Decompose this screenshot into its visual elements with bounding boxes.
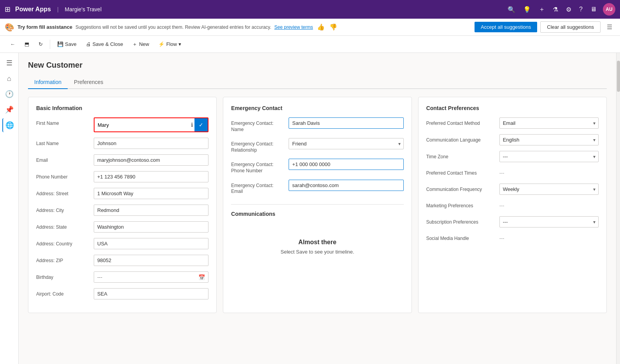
zip-input-wrap <box>94 255 208 266</box>
airport-input[interactable] <box>94 288 208 299</box>
birthday-input[interactable] <box>94 272 195 282</box>
country-input[interactable] <box>94 238 208 249</box>
ec-phone-input[interactable] <box>289 159 403 170</box>
tab-preferences[interactable]: Preferences <box>68 76 109 89</box>
back-button[interactable]: ← <box>6 40 19 49</box>
thumbs-down-icon[interactable]: 👎 <box>329 23 337 31</box>
new-button[interactable]: ＋ New <box>128 39 153 49</box>
tabs: Information Preferences <box>28 76 607 89</box>
clear-all-button[interactable]: Clear all suggestions <box>540 21 601 33</box>
accept-all-button[interactable]: Accept all suggestions <box>475 22 537 32</box>
app-name: Margie's Travel <box>65 6 102 12</box>
comm-freq-label: Communication Frequency <box>426 187 496 192</box>
pref-times-label: Preferred Contact Times <box>426 170 496 176</box>
basic-info-title: Basic Information <box>36 105 208 111</box>
ec-phone-input-wrap <box>289 159 403 170</box>
sidebar-item-recent[interactable]: 🕐 <box>2 87 16 101</box>
comm-language-select[interactable]: English Spanish French <box>499 134 599 145</box>
lightbulb-icon[interactable]: 💡 <box>522 4 532 15</box>
ec-email-row: Emergency Contact: Email <box>231 180 403 195</box>
ec-email-label: Emergency Contact: Email <box>231 180 285 195</box>
sidebar-item-home[interactable]: ⌂ <box>2 72 16 86</box>
first-name-input-wrap: ℹ ✓ <box>94 117 208 132</box>
ai-bar-title: Try form fill assistance <box>18 24 72 30</box>
contact-preferences-section: Contact Preferences Preferred Contact Me… <box>418 97 607 313</box>
scrollbar-thumb[interactable] <box>617 61 620 92</box>
pref-times-row: Preferred Contact Times --- <box>426 168 599 178</box>
subscription-pref-select[interactable]: --- <box>499 216 599 228</box>
refresh-button[interactable]: ↻ <box>35 40 47 49</box>
comm-freq-row: Communication Frequency Weekly Daily Mon… <box>426 184 599 195</box>
first-name-info-icon[interactable]: ℹ <box>189 122 194 128</box>
zip-label: Address: ZIP <box>36 255 91 264</box>
comm-language-row: Communication Language English Spanish F… <box>426 134 599 145</box>
tab-information[interactable]: Information <box>28 76 68 89</box>
ec-rel-select[interactable]: Friend Family Colleague <box>289 138 403 149</box>
ec-name-input-wrap <box>289 117 403 129</box>
comm-freq-select[interactable]: Weekly Daily Monthly <box>499 184 599 195</box>
ai-colorful-icon: 🎨 <box>5 23 14 32</box>
first-name-check-button[interactable]: ✓ <box>194 118 208 131</box>
communications-subsection: Communications Almost there Select Save … <box>231 204 403 270</box>
ec-name-input[interactable] <box>289 117 403 129</box>
pref-contact-method-row: Preferred Contact Method Email Phone Tex… <box>426 117 599 129</box>
scrollbar-track[interactable] <box>616 53 620 364</box>
remote-icon[interactable]: 🖥 <box>589 4 598 14</box>
emergency-contact-section: Emergency Contact Emergency Contact: Nam… <box>223 97 412 313</box>
main-layout: ☰ ⌂ 🕐 📌 🌐 New Customer Information Prefe… <box>0 53 620 364</box>
almost-there-section: Almost there Select Save to see your tim… <box>231 223 403 270</box>
airport-label: Airport: Code <box>36 288 91 298</box>
country-label: Address: Country <box>36 238 91 247</box>
save-button[interactable]: 💾 Save <box>53 40 81 49</box>
phone-input[interactable] <box>94 171 208 182</box>
pref-contact-method-label: Preferred Contact Method <box>426 121 496 126</box>
flow-button[interactable]: ⚡ Flow ▾ <box>154 40 185 49</box>
state-input[interactable] <box>94 221 208 233</box>
email-input[interactable] <box>94 154 208 166</box>
ec-email-input[interactable] <box>289 180 403 191</box>
search-icon[interactable]: 🔍 <box>506 4 517 15</box>
settings-icon[interactable]: ⚙ <box>564 4 573 15</box>
sidebar-toggle-icon[interactable]: ☰ <box>604 23 615 31</box>
grid-icon[interactable]: ⊞ <box>5 5 11 14</box>
social-media-label: Social Media Handle <box>426 236 496 241</box>
birthday-field: 📅 <box>94 271 208 283</box>
state-row: Address: State <box>36 221 208 233</box>
zip-input[interactable] <box>94 255 208 266</box>
airport-row: Airport: Code <box>36 288 208 299</box>
restore-button[interactable]: ⬒ <box>21 40 33 49</box>
ai-bar-description: Suggestions will not be saved until you … <box>75 24 271 30</box>
city-row: Address: City <box>36 205 208 216</box>
email-label: Email <box>36 154 91 164</box>
last-name-input-wrap <box>94 138 208 149</box>
sidebar-item-pinned[interactable]: 📌 <box>2 103 16 117</box>
first-name-input[interactable] <box>95 120 189 130</box>
city-label: Address: City <box>36 205 91 214</box>
calendar-icon[interactable]: 📅 <box>195 274 208 280</box>
timezone-select[interactable]: --- <box>499 151 599 162</box>
save-close-button[interactable]: 🖨 Save & Close <box>82 40 127 49</box>
add-icon[interactable]: ＋ <box>537 4 546 15</box>
basic-info-section: Basic Information First Name ℹ ✓ Last Na… <box>28 97 217 313</box>
pref-contact-method-select[interactable]: Email Phone Text <box>499 117 599 129</box>
subscription-pref-label: Subscription Preferences <box>426 219 496 225</box>
ai-suggestion-bar: 🎨 Try form fill assistance Suggestions w… <box>0 19 620 36</box>
last-name-input[interactable] <box>94 138 208 149</box>
thumbs-up-icon[interactable]: 👍 <box>317 23 325 31</box>
street-input[interactable] <box>94 188 208 199</box>
toolbar: ← ⬒ ↻ 💾 Save 🖨 Save & Close ＋ New ⚡ Flow… <box>0 36 620 53</box>
sidebar-item-menu[interactable]: ☰ <box>2 56 16 70</box>
almost-there-text: Select Save to see your timeline. <box>239 249 396 255</box>
ai-bar-link[interactable]: See preview terms <box>274 24 313 30</box>
city-input[interactable] <box>94 205 208 216</box>
comm-freq-wrap: Weekly Daily Monthly ▾ <box>499 184 599 195</box>
street-input-wrap <box>94 188 208 199</box>
almost-there-title: Almost there <box>239 239 396 246</box>
filter-icon[interactable]: ⚗ <box>551 4 560 15</box>
sidebar-item-globe[interactable]: 🌐 <box>2 118 16 132</box>
user-avatar[interactable]: AU <box>603 3 615 16</box>
help-icon[interactable]: ? <box>578 4 584 14</box>
ec-rel-row: Emergency Contact: Relationship Friend F… <box>231 138 403 153</box>
street-row: Address: Street <box>36 188 208 199</box>
left-sidebar: ☰ ⌂ 🕐 📌 🌐 <box>0 53 19 364</box>
